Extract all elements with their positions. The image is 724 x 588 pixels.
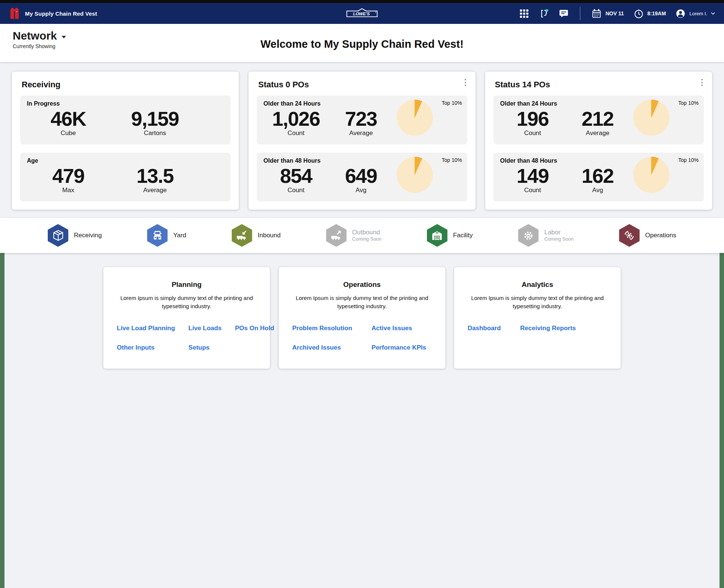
top10-pie-chart	[397, 157, 433, 193]
top-navbar: My Supply Chain Red Vest LOWE'S ®	[0, 3, 724, 24]
link-receiving-reports[interactable]: Receiving Reports	[520, 325, 576, 332]
analytics-card: Analytics Lorem Ipsum is simply dummy te…	[454, 267, 621, 369]
metric: 212 Average	[565, 109, 630, 137]
clock-icon[interactable]	[634, 9, 644, 19]
coming-soon-label: Coming Soon	[544, 236, 574, 242]
link-other-inputs[interactable]: Other Inputs	[117, 344, 175, 351]
in-progress-tile: In Progress 46K Cube 9,159 Cartons	[20, 96, 231, 144]
metric: 649 Avg	[328, 166, 393, 194]
module-nav: Receiving Yard	[0, 218, 724, 253]
receiving-hexagon	[48, 224, 68, 247]
metric: 723 Average	[328, 109, 393, 137]
operations-hexagon	[619, 224, 640, 247]
tile-label: Older than 24 Hours	[500, 100, 697, 107]
receiving-card: Receiving In Progress 46K Cube 9,159 Car…	[12, 72, 239, 210]
user-label: Lorem I.	[689, 11, 707, 16]
module-item-outbound: Outbound Coming Soon	[326, 224, 382, 247]
truck-front-icon	[152, 229, 163, 241]
tile-label: In Progress	[27, 100, 224, 107]
metric-value: 13.5	[110, 166, 200, 186]
metric: 196 Count	[500, 109, 565, 137]
top10-pie-chart	[633, 100, 670, 136]
tile-label: Older than 24 Hours	[263, 100, 461, 107]
coming-soon-label: Coming Soon	[352, 236, 382, 242]
apps-grid-icon[interactable]	[519, 9, 529, 19]
top10-pie-chart	[397, 100, 433, 136]
operations-gear-icon	[623, 229, 635, 241]
metric-caption: Avg	[328, 187, 393, 194]
operations-card: Operations Lorem Ipsum is simply dummy t…	[279, 267, 445, 369]
module-item-labor: Labor Coming Soon	[518, 224, 574, 247]
module-item-operations[interactable]: Operations	[619, 224, 676, 247]
navbar-left: My Supply Chain Red Vest	[9, 7, 97, 19]
module-item-receiving[interactable]: Receiving	[48, 224, 102, 247]
module-label: Operations	[645, 232, 676, 239]
metric-caption: Count	[263, 129, 328, 137]
inbound-hexagon	[232, 224, 252, 247]
stats-band: Receiving In Progress 46K Cube 9,159 Car…	[0, 62, 724, 218]
navbar-divider	[580, 7, 580, 20]
metric-value: 1,026	[263, 109, 328, 129]
older-than-48-tile: Older than 48 Hours Top 10% 149 Count 16…	[493, 153, 704, 201]
metric-value: 46K	[27, 109, 110, 129]
metric-caption: Cartons	[110, 129, 200, 137]
module-item-inbound[interactable]: Inbound	[232, 224, 281, 247]
card-description: Lorem Ipsum is simply dummy text of the …	[292, 294, 432, 310]
metric: 46K Cube	[27, 109, 110, 137]
link-live-load-planning[interactable]: Live Load Planning	[117, 325, 175, 332]
module-label: Labor	[544, 229, 574, 236]
labor-gear-icon	[522, 229, 534, 241]
older-than-24-tile: Older than 24 Hours Top 10% 196 Count 21…	[493, 96, 704, 144]
top-percent-label: Top 10%	[442, 100, 462, 106]
status-0-pos-card: Status 0 POs Older than 24 Hours Top 10%…	[249, 72, 475, 210]
lower-content: Planning Lorem Ipsum is simply dummy tex…	[4, 253, 720, 588]
link-live-loads[interactable]: Live Loads	[188, 325, 222, 332]
kebab-menu-button[interactable]	[697, 78, 707, 87]
metric: 854 Count	[263, 166, 328, 194]
status-14-pos-card: Status 14 POs Older than 24 Hours Top 10…	[485, 72, 712, 210]
metric-value: 149	[500, 166, 565, 186]
svg-text:LOWE'S: LOWE'S	[353, 12, 370, 16]
link-problem-resolution[interactable]: Problem Resolution	[292, 325, 352, 332]
metric-caption: Count	[500, 187, 565, 194]
app-title: My Supply Chain Red Vest	[25, 10, 97, 17]
date-widget[interactable]: NOV 11	[592, 9, 624, 19]
card-title: Planning	[117, 281, 256, 289]
card-title: Operations	[292, 281, 432, 289]
release-notes-icon[interactable]	[539, 9, 549, 19]
top-percent-label: Top 10%	[678, 157, 699, 163]
link-dashboard[interactable]: Dashboard	[468, 325, 501, 332]
metric-caption: Average	[565, 129, 630, 137]
card-title: Status 0 POs	[258, 80, 467, 90]
red-vest-icon	[9, 7, 20, 19]
outbound-hexagon	[326, 224, 347, 247]
link-setups[interactable]: Setups	[188, 344, 222, 351]
metric: 149 Count	[500, 166, 565, 194]
outbound-truck-icon	[330, 229, 342, 241]
facility-hexagon	[427, 224, 447, 247]
module-item-yard[interactable]: Yard	[147, 224, 186, 247]
link-archived-issues[interactable]: Archived Issues	[292, 344, 352, 351]
metric: 479 Max	[27, 166, 110, 194]
labor-hexagon	[518, 224, 539, 247]
metric: 162 Avg	[565, 166, 630, 194]
inbound-truck-icon	[236, 229, 248, 241]
metric-value: 854	[263, 166, 328, 186]
time-widget[interactable]: 8:19AM	[634, 9, 666, 19]
module-label: Yard	[173, 232, 186, 239]
warehouse-icon	[431, 229, 443, 241]
link-pos-on-hold[interactable]: POs On Hold	[235, 325, 274, 332]
calendar-icon[interactable]	[592, 9, 602, 19]
account-icon[interactable]	[675, 9, 686, 19]
page: My Supply Chain Red Vest LOWE'S ®	[0, 0, 724, 588]
welcome-header: Network Currently Showing Welcome to My …	[0, 24, 724, 62]
top-percent-label: Top 10%	[678, 100, 699, 106]
account-menu[interactable]: Lorem I.	[675, 9, 715, 19]
chat-icon[interactable]	[559, 9, 569, 19]
module-item-facility[interactable]: Facility	[427, 224, 473, 247]
link-performance-kpis[interactable]: Performance KPIs	[372, 344, 426, 351]
link-active-issues[interactable]: Active Issues	[372, 325, 426, 332]
kebab-menu-button[interactable]	[461, 78, 470, 87]
metric-value: 212	[565, 109, 630, 129]
top10-pie-chart	[633, 157, 670, 193]
